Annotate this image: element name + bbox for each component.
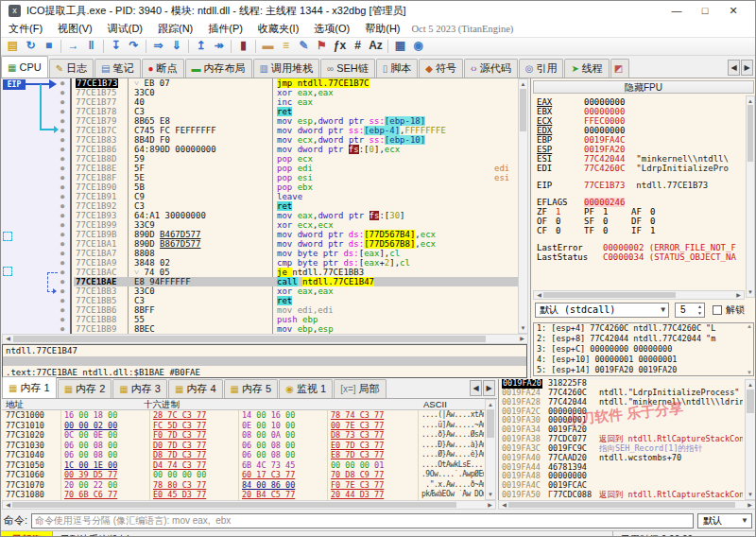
- breakpoint-dot[interactable]: ●: [60, 315, 64, 324]
- minimize-button[interactable]: —: [662, 5, 691, 16]
- internet-icon[interactable]: ◉: [409, 38, 427, 55]
- breakpoint-dot[interactable]: ●: [60, 258, 64, 268]
- tab-script[interactable]: ▯脚本: [376, 59, 419, 78]
- disasm-row[interactable]: ●77CE1BB5C3ret: [2, 296, 518, 305]
- disasm-row[interactable]: ●77CE1B8664:890D 00000000mov dword ptr f…: [2, 145, 518, 154]
- bookmark-icon[interactable]: ⚑: [313, 38, 331, 55]
- disasm-row[interactable]: ●77CE1B78C3ret: [2, 107, 518, 116]
- unlock-checkbox[interactable]: [713, 305, 722, 315]
- disasm-row[interactable]: ●77CE1B91C9leave: [2, 192, 518, 201]
- breakpoint-dot[interactable]: ●: [60, 324, 64, 334]
- argument-count-stepper[interactable]: 5 ▲▼: [675, 303, 705, 318]
- breakpoint-dot[interactable]: ●: [60, 78, 64, 88]
- registers-hscrollbar[interactable]: ◀ ▶: [533, 290, 745, 300]
- disasm-row[interactable]: ●77CE1BA78808mov byte ptr ds:[eax],cl: [2, 249, 518, 258]
- tab-references[interactable]: ◎引用: [519, 59, 564, 78]
- register-row[interactable]: OF0SF0DF0: [537, 217, 744, 226]
- dump-row[interactable]: 77C310200C 00 0E 00F0 7D C3 7708 00 0A 0…: [2, 430, 485, 441]
- tab-dump-4[interactable]: ▦内存 4: [168, 379, 223, 398]
- tab-call-stack[interactable]: ▥调用堆栈: [253, 59, 319, 78]
- argument-row[interactable]: 1: [esp+4] 77C4260C ntdll.77C4260C "L: [534, 323, 753, 334]
- tab-seh[interactable]: ∞SEH链: [320, 59, 375, 78]
- breakpoint-dot[interactable]: ●: [60, 220, 64, 230]
- breakpoint-dot[interactable]: ●: [60, 249, 64, 258]
- disasm-row[interactable]: ●77CE1B7CC745 FC FEFFFFFFmov dword ptr s…: [2, 126, 518, 135]
- breakpoint-dot[interactable]: ●: [60, 116, 64, 126]
- breakpoint-dot[interactable]: ●: [60, 192, 64, 201]
- disasm-row[interactable]: ●77CE1B8F5Epop esiesi: [2, 173, 518, 182]
- breakpoint-dot[interactable]: ●: [60, 239, 64, 249]
- dump-row[interactable]: 77C3100016 00 18 0028 7C C3 7714 00 16 0…: [2, 410, 485, 421]
- restart-icon[interactable]: ↻: [22, 38, 40, 55]
- memtab-scroll-right-button[interactable]: ▶: [483, 380, 495, 396]
- dump-hscrollbar[interactable]: ◀ ▶: [2, 500, 496, 510]
- args-scroll-down-icon[interactable]: ▼: [747, 370, 752, 375]
- argument-row[interactable]: 4: [esp+10] 00000001 00000001: [534, 355, 753, 365]
- register-row[interactable]: LastError00000002 (ERROR_FILE_NOT_F: [537, 243, 744, 252]
- tab-threads[interactable]: ➤线程: [564, 59, 609, 78]
- register-row[interactable]: ZF1PF1AF0: [537, 207, 744, 217]
- disasm-row[interactable]: ●77CE1B8D59pop ecx: [2, 154, 518, 164]
- command-profile-select[interactable]: 默认▼: [697, 513, 752, 528]
- disasm-row[interactable]: ●77CE1B905Bpop ebx: [2, 182, 518, 192]
- argument-row[interactable]: 5: [esp+14] 0019FA20 0019FA20: [534, 365, 753, 375]
- register-row[interactable]: ECXFFEC0000: [537, 116, 744, 126]
- disasm-row[interactable]: ●77CE1B9B890D B467D577mov dword ptr ds:[…: [2, 230, 518, 239]
- registers-panel[interactable]: 隐藏FPU EAX00000000EBX00000000ECXFFEC0000E…: [530, 78, 756, 378]
- disasm-row[interactable]: ●77CE1BAC˅ 74 05je ntdll.77CE1BB3: [2, 268, 518, 277]
- register-row[interactable]: EAX00000000: [537, 97, 744, 107]
- disasm-row[interactable]: ●77CE1B7740inc eax: [2, 97, 518, 107]
- breakpoint-dot[interactable]: ●: [60, 126, 64, 135]
- pause-icon[interactable]: ‖: [82, 38, 100, 55]
- breakpoint-dot[interactable]: ●: [60, 182, 64, 192]
- disasm-row[interactable]: ●77CE1BB333C0xor eax,eax: [2, 286, 518, 296]
- disasm-row[interactable]: ●77CE1BA1890D B867D577mov dword ptr ds:[…: [2, 239, 518, 249]
- dump-panel[interactable]: 77C3100016 00 18 0028 7C C3 7714 00 16 0…: [2, 410, 485, 500]
- breakpoint-dot[interactable]: ●: [60, 268, 64, 277]
- memtab-scroll-left-button[interactable]: ◀: [470, 380, 482, 396]
- dump-row[interactable]: 77C3104006 00 08 00D8 7D C3 7706 00 08 0…: [2, 450, 485, 460]
- command-input[interactable]: [31, 513, 694, 528]
- dump-row[interactable]: 77C310501C 00 1E 00D4 74 C3 776B 4C 73 4…: [2, 460, 485, 471]
- menu-item[interactable]: 收藏夹(I): [250, 20, 306, 38]
- args-scroll-up-icon[interactable]: ▲: [747, 323, 752, 329]
- tab-log[interactable]: ✎日志: [49, 59, 94, 78]
- step-into-icon[interactable]: ↧: [107, 38, 125, 55]
- disasm-row[interactable]: ●77CE1B7533C0xor eax,eax: [2, 88, 518, 97]
- breakpoint-dot[interactable]: ●: [60, 154, 64, 164]
- register-row[interactable]: ESI77C42044"minkernel\\ntdll\: [537, 154, 744, 164]
- argument-row[interactable]: 3: [esp+C] 00000000 00000000: [534, 344, 753, 355]
- arguments-view[interactable]: 1: [esp+4] 77C4260C ntdll.77C4260C "L2: …: [533, 322, 754, 376]
- disasm-row[interactable]: ●77CE1B8E5Fpop ediedi: [2, 164, 518, 173]
- tab-dump-2[interactable]: ▦内存 2: [58, 379, 112, 398]
- disasm-row[interactable]: ●77CE1BAEE8 94FFFFFFcall ntdll.77CE1B47: [2, 277, 518, 286]
- dump-row[interactable]: 77C3106000 39 D5 7700 00 00 0060 17 C3 7…: [2, 470, 485, 480]
- breakpoint-dot[interactable]: ●: [60, 277, 64, 286]
- breakpoint-dot[interactable]: ●: [60, 107, 64, 116]
- stack-hscrollbar[interactable]: ◀ ▶: [498, 500, 756, 510]
- disassembly-panel[interactable]: ●77CE1B73˅ EB 07jmp ntdll.77CE1B7C●77CE1…: [2, 78, 518, 334]
- tab-scroll-right-button[interactable]: ▶: [741, 60, 753, 76]
- tab-dump-5[interactable]: ▦内存 5: [224, 379, 279, 398]
- breakpoint-dot[interactable]: ●: [60, 286, 64, 296]
- menu-item[interactable]: 帮助(H): [357, 20, 407, 38]
- breakpoint-dot[interactable]: ●: [60, 230, 64, 239]
- registers-vscrollbar[interactable]: ▲ ▼: [746, 95, 755, 298]
- disasm-hscrollbar[interactable]: ◀ ▶: [2, 334, 528, 344]
- breakpoint-dot[interactable]: ●: [60, 135, 64, 145]
- disasm-row[interactable]: ●77CE1B838B4D F0mov ecx,dword ptr ss:[eb…: [2, 135, 518, 145]
- breakpoint-dot[interactable]: ●: [60, 305, 64, 315]
- disasm-row[interactable]: ●77CE1B9364:A1 30000000mov eax,dword ptr…: [2, 211, 518, 220]
- stack-vscrollbar[interactable]: ▲ ▼: [745, 379, 756, 500]
- breakpoint-dot[interactable]: ●: [60, 97, 64, 107]
- close-button[interactable]: ✕: [719, 5, 747, 17]
- step-out-icon[interactable]: ↥: [192, 38, 210, 55]
- tab-handles[interactable]: ◩: [610, 59, 629, 78]
- stack-row[interactable]: 0019FA50Γ77CDC088返回到 ntdll.RtlCaptureSta…: [499, 491, 745, 500]
- function-icon[interactable]: ƒx: [331, 38, 349, 55]
- register-row[interactable]: EDX00000000: [537, 126, 744, 135]
- menu-item[interactable]: 调试(D): [100, 20, 150, 38]
- menu-item[interactable]: 插件(P): [200, 20, 250, 38]
- register-row[interactable]: EBP0019FA4C: [537, 135, 744, 145]
- tab-source[interactable]: ‹›源代码: [464, 59, 518, 78]
